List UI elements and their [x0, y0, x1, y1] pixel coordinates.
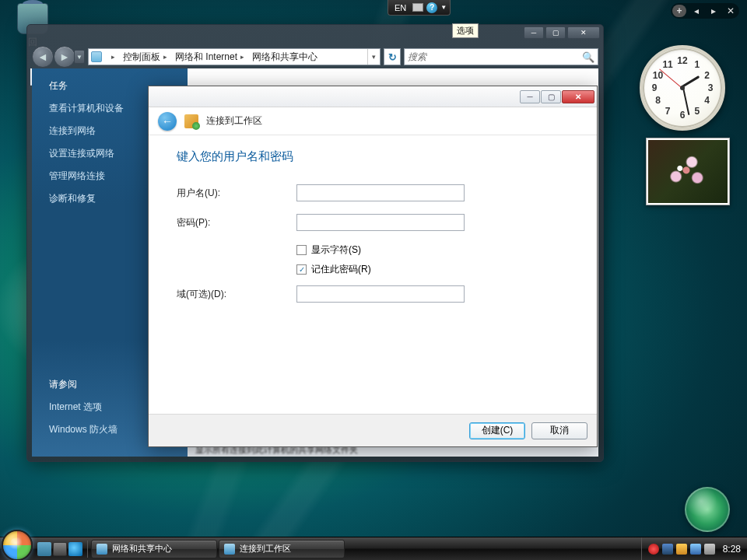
- volume-icon[interactable]: [704, 544, 715, 555]
- task-label: 网络和共享中心: [112, 543, 172, 555]
- language-indicator[interactable]: EN: [391, 2, 409, 13]
- password-input[interactable]: [296, 214, 465, 231]
- clock-num: 4: [704, 95, 710, 106]
- quick-launch: [37, 541, 88, 558]
- domain-label: 域(可选)(D):: [177, 288, 296, 301]
- security-alert-icon[interactable]: [648, 544, 659, 555]
- clock-num: 9: [652, 82, 658, 93]
- slideshow-gadget[interactable]: [646, 138, 730, 205]
- clock-num: 5: [695, 106, 700, 117]
- dialog-prompt: 键入您的用户名和密码: [177, 149, 569, 164]
- remember-password-label: 记住此密码(R): [311, 263, 371, 276]
- show-characters-checkbox[interactable]: [296, 245, 307, 255]
- breadcrumb-segment[interactable]: 网络和 Internet▸: [171, 49, 248, 65]
- dialog-title: 连接到工作区: [206, 114, 262, 128]
- dialog-header: ← 连接到工作区: [149, 107, 597, 135]
- slideshow-image: [648, 140, 728, 203]
- dialog-body: 键入您的用户名和密码 用户名(U): 密码(P): 显示字符(S) ✓ 记住此密…: [149, 135, 597, 414]
- taskbar-item-connect-workplace[interactable]: 连接到工作区: [219, 540, 345, 558]
- dialog-close-button[interactable]: ✕: [562, 90, 594, 103]
- clock-num: 11: [662, 59, 672, 70]
- username-input[interactable]: [296, 184, 465, 201]
- address-dropdown[interactable]: ▾: [367, 49, 380, 65]
- breadcrumb-segment[interactable]: 控制面板▸: [119, 49, 171, 65]
- options-tooltip: 选项: [452, 23, 479, 38]
- minimize-button[interactable]: ─: [524, 26, 544, 39]
- task-icon: [96, 544, 107, 555]
- clock-num: 8: [655, 95, 661, 106]
- gadget-next-button[interactable]: ▸: [707, 5, 721, 17]
- network-icon[interactable]: [662, 544, 673, 555]
- close-button[interactable]: ✕: [567, 26, 600, 39]
- gadget-prev-button[interactable]: ◂: [689, 5, 703, 17]
- password-label: 密码(P):: [177, 216, 296, 229]
- dialog-minimize-button[interactable]: ─: [520, 90, 540, 103]
- clock-num: 3: [708, 82, 714, 93]
- ie-icon[interactable]: [68, 542, 82, 556]
- search-box[interactable]: 🔍: [404, 48, 598, 65]
- breadcrumb-segment[interactable]: ▸: [104, 49, 119, 65]
- language-bar[interactable]: EN ? ▼: [388, 0, 451, 16]
- nav-history-dropdown[interactable]: ▼: [74, 50, 85, 64]
- update-icon[interactable]: [676, 544, 687, 555]
- help-icon[interactable]: ?: [426, 2, 437, 13]
- switch-windows-icon[interactable]: [53, 542, 67, 556]
- clock-num: 2: [704, 70, 710, 81]
- taskbar-item-network-center[interactable]: 网络和共享中心: [91, 540, 217, 558]
- keyboard-icon[interactable]: [412, 3, 423, 12]
- back-button[interactable]: ◄: [32, 46, 54, 68]
- search-input[interactable]: [408, 51, 582, 62]
- vista-orb-badge: [685, 487, 730, 532]
- wizard-icon: [184, 114, 198, 128]
- lang-dropdown-icon[interactable]: ▼: [440, 4, 447, 11]
- tray-clock[interactable]: 8:28: [723, 544, 741, 555]
- clock-pin: [680, 86, 685, 90]
- domain-input[interactable]: [296, 285, 465, 303]
- gadget-close-button[interactable]: ✕: [724, 5, 738, 17]
- cancel-button[interactable]: 取消: [531, 422, 587, 439]
- explorer-titlebar[interactable]: ─ ▢ ✕: [27, 25, 603, 45]
- clock-num: 7: [665, 106, 671, 117]
- search-icon[interactable]: 🔍: [582, 51, 594, 63]
- remember-password-checkbox[interactable]: ✓: [296, 264, 307, 275]
- username-label: 用户名(U):: [177, 187, 296, 200]
- dialog-titlebar[interactable]: ─ ▢ ✕: [149, 86, 597, 107]
- forward-button[interactable]: ►: [54, 46, 75, 68]
- nav-buttons: ◄ ► ▼: [32, 46, 85, 68]
- breadcrumb-segment[interactable]: 网络和共享中心: [248, 49, 321, 65]
- refresh-button[interactable]: ↻: [384, 48, 401, 65]
- taskbar: 网络和共享中心 连接到工作区 8:28: [0, 537, 747, 560]
- start-button[interactable]: [2, 530, 33, 561]
- create-button[interactable]: 创建(C): [469, 422, 525, 439]
- task-icon: [224, 544, 235, 555]
- location-icon: [91, 51, 102, 62]
- clock-num: 6: [680, 110, 686, 121]
- sidebar-gadget-controls: + ◂ ▸ ✕: [671, 3, 739, 19]
- connect-workplace-dialog: ─ ▢ ✕ ← 连接到工作区 键入您的用户名和密码 用户名(U): 密码(P):…: [148, 86, 598, 447]
- taskbar-tasks: 网络和共享中心 连接到工作区: [91, 540, 345, 558]
- add-gadget-button[interactable]: +: [672, 5, 686, 17]
- clock-gadget[interactable]: 12 1 2 3 4 5 6 7 8 9 10 11: [640, 45, 725, 131]
- address-bar[interactable]: ▸ 控制面板▸ 网络和 Internet▸ 网络和共享中心 ▾: [88, 48, 381, 65]
- address-bar-row: ◄ ► ▼ ▸ 控制面板▸ 网络和 Internet▸ 网络和共享中心 ▾ ↻ …: [32, 45, 598, 68]
- system-tray: 8:28: [641, 537, 747, 560]
- show-characters-label: 显示字符(S): [311, 243, 361, 257]
- clock-num: 12: [677, 55, 687, 66]
- clock-num: 1: [695, 59, 700, 70]
- wizard-back-button[interactable]: ←: [158, 112, 177, 131]
- maximize-button[interactable]: ▢: [545, 26, 566, 39]
- task-label: 连接到工作区: [240, 543, 291, 555]
- dialog-footer: 创建(C) 取消: [149, 414, 597, 446]
- security-icon[interactable]: [690, 544, 701, 555]
- dialog-maximize-button[interactable]: ▢: [541, 90, 561, 103]
- show-desktop-icon[interactable]: [37, 542, 51, 556]
